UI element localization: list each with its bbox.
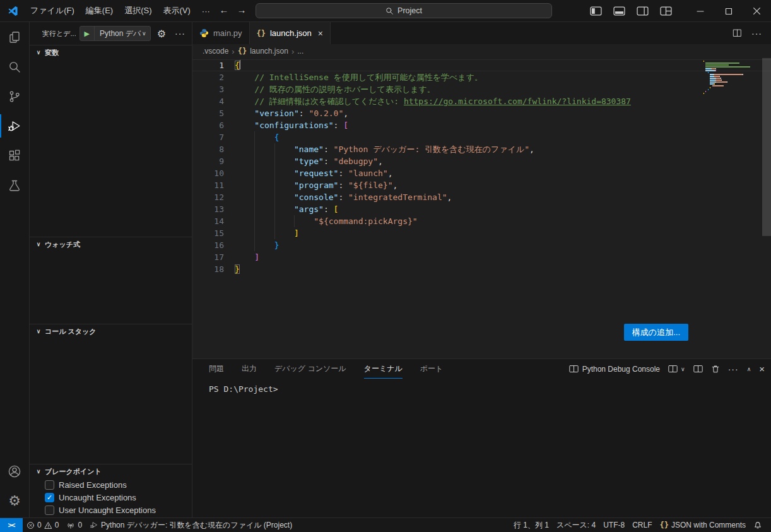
- terminal-instance-label: Python Debug Console: [582, 365, 660, 374]
- status-item[interactable]: スペース: 4: [553, 518, 599, 532]
- toggle-secondary-sidebar-icon[interactable]: [637, 6, 649, 16]
- code-line[interactable]: 8 "name": "Python デバッガー: 引数を含む現在のファイル",: [192, 143, 771, 155]
- editor-more-icon[interactable]: ···: [751, 28, 762, 38]
- code-line[interactable]: 2 // IntelliSense を使用して利用可能な属性を学べます。: [192, 71, 771, 83]
- code-editor[interactable]: 1{2 // IntelliSense を使用して利用可能な属性を学べます。3 …: [192, 58, 771, 358]
- breadcrumb-item[interactable]: .vscode: [203, 47, 228, 56]
- debug-status-icon: [90, 521, 98, 529]
- editor-scrollbar[interactable]: [762, 58, 771, 358]
- debug-more-icon[interactable]: ···: [172, 28, 188, 38]
- code-line[interactable]: 18}: [192, 263, 771, 275]
- checkbox[interactable]: [45, 505, 54, 515]
- close-panel-icon[interactable]: ×: [759, 364, 765, 374]
- menu-item[interactable]: 編集(E): [80, 3, 119, 19]
- minimize-icon: [697, 8, 704, 15]
- tab-launch-json[interactable]: {} launch.json ×: [250, 22, 331, 44]
- call-stack-section: ∨ コール スタック: [30, 324, 192, 464]
- breakpoint-item[interactable]: Raised Exceptions: [30, 478, 192, 491]
- menu-item[interactable]: ···: [196, 4, 216, 18]
- source-control-icon[interactable]: [0, 81, 30, 111]
- breakpoints-header[interactable]: ∨ ブレークポイント: [30, 464, 192, 478]
- panel-tab[interactable]: ポート: [420, 359, 444, 379]
- command-center-search[interactable]: Project: [256, 3, 552, 18]
- code-line[interactable]: 12 "console": "integratedTerminal",: [192, 191, 771, 203]
- code-line[interactable]: 16 }: [192, 239, 771, 251]
- settings-gear-icon[interactable]: ⚙: [0, 486, 30, 516]
- launch-profile-icon[interactable]: [668, 365, 678, 373]
- close-tab-icon[interactable]: ×: [318, 28, 323, 38]
- debug-status[interactable]: Python デバッガー: 引数を含む現在のファイル (Project): [86, 518, 296, 532]
- menu-item[interactable]: ファイル(F): [25, 3, 80, 19]
- scrollbar-thumb[interactable]: [762, 58, 771, 236]
- kill-terminal-icon[interactable]: [711, 364, 720, 374]
- code-line[interactable]: 15 ]: [192, 227, 771, 239]
- nav-forward-icon[interactable]: →: [235, 4, 249, 15]
- breadcrumb-item[interactable]: launch.json: [250, 47, 288, 56]
- notifications-bell[interactable]: [750, 518, 766, 532]
- panel-tab[interactable]: ターミナル: [364, 359, 403, 379]
- panel-more-icon[interactable]: ···: [728, 364, 739, 374]
- code-line[interactable]: 6 "configurations": [: [192, 119, 771, 131]
- breadcrumb-item[interactable]: ...: [297, 47, 303, 56]
- panel-tab[interactable]: 問題: [209, 359, 224, 379]
- extensions-icon[interactable]: [0, 141, 30, 170]
- status-item[interactable]: {}JSON with Comments: [656, 518, 750, 532]
- maximize-panel-icon[interactable]: ∧: [747, 366, 751, 372]
- testing-icon[interactable]: [0, 170, 30, 200]
- toggle-panel-icon[interactable]: [613, 6, 625, 16]
- checkbox[interactable]: [45, 480, 54, 490]
- add-configuration-button[interactable]: 構成の追加...: [624, 324, 688, 341]
- breakpoints-section: ∨ ブレークポイント Raised Exceptions✓Uncaught Ex…: [30, 464, 192, 517]
- variables-section: ∨ 変数: [30, 45, 192, 237]
- panel-tab[interactable]: 出力: [242, 359, 257, 379]
- customize-layout-icon[interactable]: [660, 6, 672, 16]
- toggle-primary-sidebar-icon[interactable]: [590, 6, 602, 16]
- start-debug-icon[interactable]: ▶: [80, 27, 95, 40]
- problems-status[interactable]: 0 0: [23, 518, 62, 532]
- chevron-down-icon[interactable]: ∨: [681, 366, 685, 372]
- split-terminal-icon[interactable]: [693, 365, 703, 373]
- split-editor-icon[interactable]: [732, 28, 743, 38]
- close-window-button[interactable]: [743, 0, 771, 22]
- debug-settings-gear-icon[interactable]: ⚙: [155, 28, 168, 40]
- variables-header[interactable]: ∨ 変数: [30, 45, 192, 59]
- code-line[interactable]: 13 "args": [: [192, 203, 771, 215]
- code-line[interactable]: 1{: [192, 59, 771, 71]
- minimap[interactable]: [703, 61, 762, 95]
- maximize-button[interactable]: [714, 0, 743, 22]
- checkbox[interactable]: ✓: [45, 493, 54, 502]
- code-line[interactable]: 7 {: [192, 131, 771, 143]
- breakpoint-item[interactable]: ✓Uncaught Exceptions: [30, 491, 192, 504]
- account-icon[interactable]: [0, 456, 30, 486]
- terminal[interactable]: PS D:\Project>: [192, 379, 771, 394]
- status-item[interactable]: 行 1、列 1: [510, 518, 553, 532]
- menu-item[interactable]: 選択(S): [119, 3, 157, 19]
- terminal-instance[interactable]: Python Debug Console: [569, 365, 660, 374]
- nav-back-icon[interactable]: ←: [217, 4, 231, 15]
- status-item[interactable]: CRLF: [628, 518, 656, 532]
- status-item[interactable]: UTF-8: [599, 518, 628, 532]
- code-line[interactable]: 17 ]: [192, 251, 771, 263]
- call-stack-header[interactable]: ∨ コール スタック: [30, 324, 192, 338]
- code-line[interactable]: 14 "${command:pickArgs}": [192, 215, 771, 227]
- explorer-icon[interactable]: [0, 22, 30, 52]
- debug-config-dropdown[interactable]: ▶ Python デバ ∨: [79, 26, 151, 41]
- code-line[interactable]: 5 "version": "0.2.0",: [192, 107, 771, 119]
- run-and-debug-icon[interactable]: [0, 111, 30, 141]
- code-line[interactable]: 10 "request": "launch",: [192, 167, 771, 179]
- code-line[interactable]: 11 "program": "${file}",: [192, 179, 771, 191]
- code-line[interactable]: 9 "type": "debugpy",: [192, 155, 771, 167]
- remote-indicator[interactable]: ><: [0, 518, 23, 532]
- status-item-label: 行 1、列 1: [514, 520, 549, 531]
- menu-item[interactable]: 表示(V): [158, 3, 196, 19]
- search-view-icon[interactable]: [0, 52, 30, 81]
- code-line[interactable]: 3 // 既存の属性の説明をホバーして表示します。: [192, 83, 771, 95]
- ports-status[interactable]: 0: [62, 518, 86, 532]
- json-braces-icon: {}: [257, 29, 266, 38]
- tab-main-py[interactable]: main.py: [192, 22, 250, 44]
- watch-header[interactable]: ∨ ウォッチ式: [30, 237, 192, 251]
- breakpoint-item[interactable]: User Uncaught Exceptions: [30, 504, 192, 516]
- minimize-button[interactable]: [686, 0, 714, 22]
- panel-tab[interactable]: デバッグ コンソール: [274, 359, 346, 379]
- code-line[interactable]: 4 // 詳細情報は次を確認してください: https://go.microso…: [192, 95, 771, 107]
